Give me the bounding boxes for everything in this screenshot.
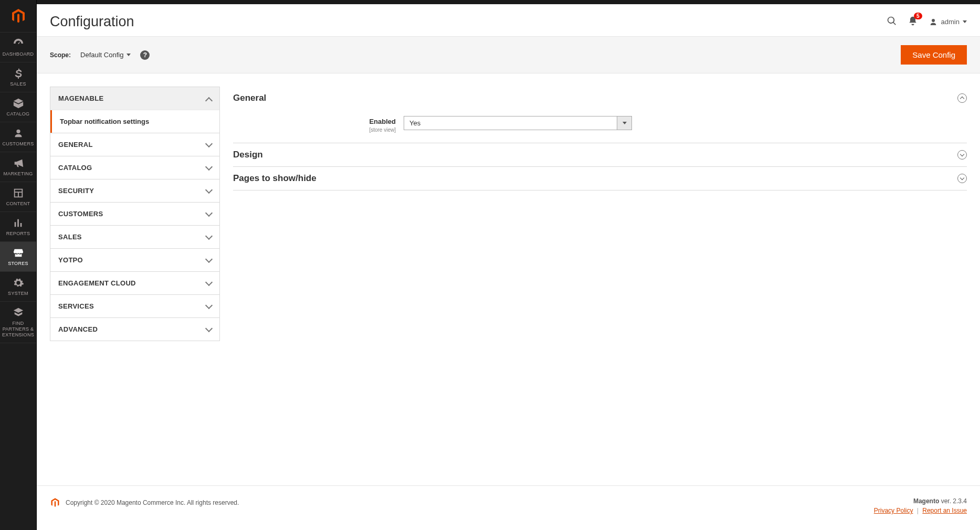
nav-dashboard[interactable]: DASHBOARD — [0, 33, 36, 62]
config-group-header[interactable]: SECURITY — [50, 179, 219, 202]
config-group-engagement-cloud: ENGAGEMENT CLOUD — [50, 271, 220, 295]
config-item-topbar-notification[interactable]: Topbar notification settings — [50, 110, 219, 133]
privacy-policy-link[interactable]: Privacy Policy — [874, 507, 913, 514]
section-header-pages[interactable]: Pages to show/hide — [233, 167, 967, 190]
nav-reports-label: REPORTS — [6, 231, 30, 236]
magento-logo[interactable] — [0, 0, 36, 33]
select-value: Yes — [404, 116, 617, 130]
box-icon — [13, 98, 24, 109]
config-group-header[interactable]: SERVICES — [50, 295, 219, 317]
chevron-down-icon — [963, 20, 967, 23]
user-icon — [929, 17, 938, 27]
partners-icon — [13, 307, 24, 319]
nav-system[interactable]: SYSTEM — [0, 272, 36, 302]
config-group-label: SALES — [58, 233, 82, 241]
chevron-down-icon — [206, 142, 212, 147]
report-issue-link[interactable]: Report an Issue — [922, 507, 967, 514]
user-menu[interactable]: admin — [929, 17, 967, 27]
config-group-yotpo: YOTPO — [50, 248, 220, 272]
nav-customers-label: CUSTOMERS — [2, 141, 34, 146]
config-group-label: CATALOG — [58, 164, 92, 172]
nav-sales-label: SALES — [10, 81, 26, 87]
search-icon — [887, 16, 897, 26]
magento-logo-icon — [50, 497, 60, 508]
config-panel: General Enabled [store view] Yes — [233, 87, 967, 472]
chart-icon — [13, 217, 24, 229]
notifications-button[interactable]: 5 — [908, 16, 918, 28]
nav-stores[interactable]: STORES — [0, 242, 36, 272]
chevron-down-icon — [206, 211, 212, 217]
chevron-down-icon — [206, 258, 212, 263]
scope-label: Scope: — [50, 51, 71, 59]
section-title: Design — [233, 150, 263, 160]
config-group-header[interactable]: SALES — [50, 226, 219, 248]
config-group-header[interactable]: GENERAL — [50, 133, 219, 156]
config-group-sales: SALES — [50, 225, 220, 249]
config-group-label: GENERAL — [58, 141, 93, 149]
chevron-down-icon — [206, 165, 212, 171]
config-group-header[interactable]: ENGAGEMENT CLOUD — [50, 272, 219, 294]
section-header-design[interactable]: Design — [233, 143, 967, 166]
scope-select[interactable]: Default Config — [80, 51, 131, 59]
config-group-label: MAGENABLE — [58, 94, 103, 102]
config-group-customers: CUSTOMERS — [50, 202, 220, 226]
nav-reports[interactable]: REPORTS — [0, 212, 36, 242]
config-group-services: SERVICES — [50, 294, 220, 318]
footer-product: Magento — [913, 497, 939, 505]
section-header-general[interactable]: General — [233, 87, 967, 110]
config-group-header[interactable]: ADVANCED — [50, 318, 219, 341]
config-nav: MAGENABLE Topbar notification settings G… — [50, 87, 220, 472]
enabled-select[interactable]: Yes — [404, 116, 632, 130]
config-group-advanced: ADVANCED — [50, 317, 220, 341]
config-group-label: ENGAGEMENT CLOUD — [58, 279, 136, 287]
user-label: admin — [941, 18, 960, 26]
dashboard-icon — [13, 38, 24, 49]
config-group-header[interactable]: YOTPO — [50, 249, 219, 271]
nav-dashboard-label: DASHBOARD — [3, 51, 34, 57]
config-group-label: SECURITY — [58, 187, 94, 195]
section-title: General — [233, 93, 266, 103]
save-config-button[interactable]: Save Config — [901, 45, 967, 65]
section-general: General Enabled [store view] Yes — [233, 87, 967, 143]
nav-marketing[interactable]: MARKETING — [0, 152, 36, 182]
chevron-up-icon — [206, 96, 212, 101]
config-group-header[interactable]: MAGENABLE — [50, 87, 219, 110]
nav-content[interactable]: CONTENT — [0, 182, 36, 212]
help-button[interactable]: ? — [140, 50, 150, 60]
config-group-magenable: MAGENABLE Topbar notification settings — [50, 87, 220, 133]
config-group-label: YOTPO — [58, 256, 83, 264]
field-scope-hint: [store view] — [369, 127, 396, 133]
megaphone-icon — [13, 157, 24, 169]
nav-marketing-label: MARKETING — [3, 171, 33, 176]
nav-customers[interactable]: CUSTOMERS — [0, 122, 36, 152]
magento-logo-icon — [10, 8, 27, 25]
section-design: Design — [233, 143, 967, 167]
gear-icon — [13, 277, 24, 289]
admin-sidebar: DASHBOARD SALES CATALOG CUSTOMERS MARKET… — [0, 0, 37, 530]
config-group-header[interactable]: CATALOG — [50, 156, 219, 179]
footer: Copyright © 2020 Magento Commerce Inc. A… — [37, 485, 980, 530]
footer-copyright: Copyright © 2020 Magento Commerce Inc. A… — [66, 499, 239, 506]
page-title: Configuration — [50, 14, 134, 30]
person-icon — [13, 128, 24, 139]
nav-catalog[interactable]: CATALOG — [0, 92, 36, 122]
field-enabled: Enabled [store view] Yes — [233, 116, 967, 133]
nav-sales[interactable]: SALES — [0, 62, 36, 92]
chevron-down-icon — [206, 281, 212, 286]
search-button[interactable] — [887, 16, 897, 28]
footer-version: ver. 2.3.4 — [941, 497, 967, 505]
section-title: Pages to show/hide — [233, 173, 317, 184]
nav-catalog-label: CATALOG — [7, 111, 30, 116]
config-group-label: ADVANCED — [58, 325, 98, 333]
content-icon — [13, 187, 24, 199]
section-pages: Pages to show/hide — [233, 167, 967, 190]
expand-icon — [957, 174, 967, 183]
expand-icon — [957, 150, 967, 160]
nav-content-label: CONTENT — [6, 201, 30, 206]
config-group-header[interactable]: CUSTOMERS — [50, 203, 219, 225]
chevron-down-icon — [206, 235, 212, 240]
chevron-down-icon — [127, 54, 131, 56]
nav-partners[interactable]: FIND PARTNERS & EXTENSIONS — [0, 302, 36, 343]
config-group-security: SECURITY — [50, 179, 220, 203]
nav-partners-label: FIND PARTNERS & EXTENSIONS — [1, 321, 35, 337]
